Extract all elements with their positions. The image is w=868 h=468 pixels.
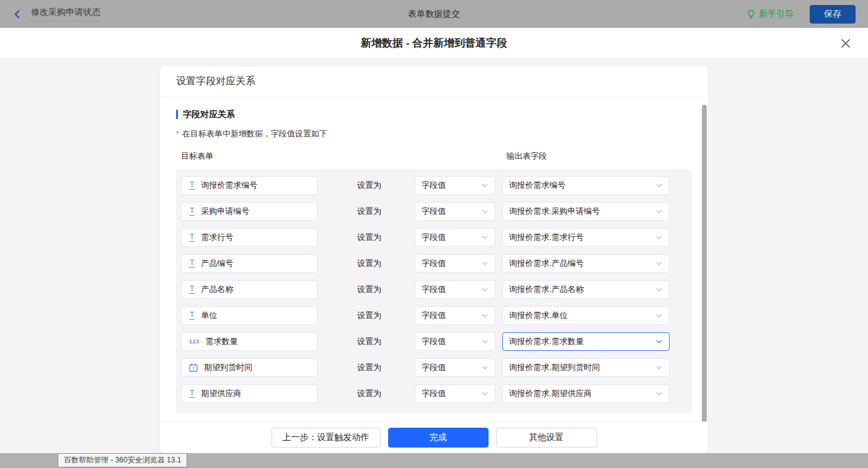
column-header-output-field: 输出表字段: [502, 151, 670, 162]
set-as-label: 设置为: [317, 180, 415, 191]
beginner-guide-label: 新手引导: [759, 9, 794, 20]
field-label: 单位: [201, 310, 217, 321]
source-field-select[interactable]: 询报价需求.产品编号: [502, 254, 670, 273]
source-field-value: 询报价需求.采购申请编号: [509, 206, 600, 217]
chevron-down-icon: [481, 234, 489, 241]
chevron-down-icon: [481, 260, 489, 267]
mapping-row: T 产品编号 设置为 字段值 询报价需求.产品编号: [181, 254, 687, 273]
chevron-down-icon: [481, 208, 489, 215]
text-field-icon: T: [189, 181, 195, 190]
mapping-row: 7 期望到货时间 设置为 字段值 询报价需求.期望到货时间: [181, 358, 687, 377]
target-field-box[interactable]: T 采购申请编号: [181, 202, 317, 221]
set-as-label: 设置为: [317, 206, 415, 217]
source-field-select[interactable]: 询报价需求.单位: [502, 306, 670, 325]
browser-status-tooltip: 百数帮助管理 - 360安全浏览器 13.1: [58, 453, 187, 467]
beginner-guide-link[interactable]: 新手引导: [746, 9, 794, 20]
source-field-select[interactable]: 询报价需求.采购申请编号: [502, 202, 670, 221]
target-field-box[interactable]: 7 期望到货时间: [181, 358, 317, 377]
field-label: 采购申请编号: [201, 206, 249, 217]
page-title: 表单数据提交: [408, 9, 460, 20]
set-as-label: 设置为: [317, 284, 415, 295]
other-settings-button[interactable]: 其他设置: [496, 428, 597, 448]
mapping-rows: T 询报价需求编号 设置为 字段值 询报价需求编号 T: [176, 169, 692, 413]
text-field-icon: T: [189, 207, 195, 216]
set-as-label: 设置为: [317, 336, 415, 347]
source-field-value: 询报价需求.期望供应商: [509, 388, 592, 399]
chevron-down-icon: [655, 364, 663, 371]
section-hint: *在目标表单中新增数据，字段值设置如下: [176, 128, 692, 139]
back-button[interactable]: 修改采购申请状态: [12, 7, 100, 21]
vertical-scrollbar[interactable]: [702, 105, 707, 430]
chevron-down-icon: [655, 338, 663, 345]
field-label: 期望供应商: [201, 388, 241, 399]
section-title: 字段对应关系: [176, 110, 692, 119]
chevron-down-icon: [655, 182, 663, 189]
mapping-row: T 需求行号 设置为 字段值 询报价需求.需求行号: [181, 228, 687, 247]
dialog-header: 新增数据 - 合并新增到普通字段: [0, 28, 868, 59]
value-type-select[interactable]: 字段值: [415, 202, 495, 221]
value-type-value: 字段值: [422, 310, 446, 321]
target-field-box[interactable]: T 产品名称: [181, 280, 317, 299]
value-type-value: 字段值: [422, 362, 446, 373]
target-field-box[interactable]: T 询报价需求编号: [181, 176, 317, 195]
target-field-box[interactable]: 123 需求数量: [181, 332, 317, 351]
text-field-icon: T: [189, 389, 195, 398]
set-as-label: 设置为: [317, 362, 415, 373]
dialog-title: 新增数据 - 合并新增到普通字段: [361, 36, 507, 50]
chevron-left-icon: [12, 9, 22, 19]
source-field-value: 询报价需求.单位: [509, 310, 568, 321]
mapping-row: T 产品名称 设置为 字段值 询报价需求.产品名称: [181, 280, 687, 299]
chevron-down-icon: [655, 260, 663, 267]
value-type-select[interactable]: 字段值: [415, 384, 495, 403]
chevron-down-icon: [481, 182, 489, 189]
source-field-select[interactable]: 询报价需求.需求数量: [502, 332, 670, 351]
value-type-value: 字段值: [422, 284, 446, 295]
source-field-select[interactable]: 询报价需求.期望到货时间: [502, 358, 670, 377]
source-field-select[interactable]: 询报价需求.需求行号: [502, 228, 670, 247]
target-field-box[interactable]: T 期望供应商: [181, 384, 317, 403]
source-field-select[interactable]: 询报价需求.产品名称: [502, 280, 670, 299]
value-type-select[interactable]: 字段值: [415, 254, 495, 273]
value-type-select[interactable]: 字段值: [415, 176, 495, 195]
field-label: 产品名称: [201, 284, 233, 295]
target-field-box[interactable]: T 需求行号: [181, 228, 317, 247]
set-as-label: 设置为: [317, 388, 415, 399]
value-type-select[interactable]: 字段值: [415, 358, 495, 377]
finish-button[interactable]: 完成: [388, 428, 489, 448]
value-type-select[interactable]: 字段值: [415, 306, 495, 325]
source-field-select[interactable]: 询报价需求编号: [502, 176, 670, 195]
mapping-row: T 询报价需求编号 设置为 字段值 询报价需求编号: [181, 176, 687, 195]
value-type-value: 字段值: [422, 206, 446, 217]
target-field-box[interactable]: T 产品编号: [181, 254, 317, 273]
chevron-down-icon: [481, 338, 489, 345]
value-type-value: 字段值: [422, 258, 446, 269]
mapping-row: T 期望供应商 设置为 字段值 询报价需求.期望供应商: [181, 384, 687, 403]
source-field-select[interactable]: 询报价需求.期望供应商: [502, 384, 670, 403]
mapping-row: T 单位 设置为 字段值 询报价需求.单位: [181, 306, 687, 325]
source-field-value: 询报价需求.产品名称: [509, 284, 584, 295]
value-type-select[interactable]: 字段值: [415, 332, 495, 351]
mapping-row: 123 需求数量 设置为 字段值 询报价需求.需求数量: [181, 332, 687, 351]
chevron-down-icon: [655, 208, 663, 215]
source-field-value: 询报价需求.需求行号: [509, 232, 584, 243]
field-label: 需求数量: [206, 336, 238, 347]
source-field-value: 询报价需求.期望到货时间: [509, 362, 600, 373]
dialog-footer: 上一步：设置触发动作 完成 其他设置: [160, 422, 708, 453]
source-field-value: 询报价需求.需求数量: [509, 336, 584, 347]
value-type-select[interactable]: 字段值: [415, 228, 495, 247]
page-topbar: 修改采购申请状态 表单数据提交 新手引导 保存: [0, 0, 868, 28]
source-field-value: 询报价需求编号: [509, 180, 565, 191]
chevron-down-icon: [481, 286, 489, 293]
value-type-value: 字段值: [422, 180, 446, 191]
value-type-select[interactable]: 字段值: [415, 280, 495, 299]
close-icon[interactable]: [839, 37, 852, 50]
column-header-target-form: 目标表单: [181, 151, 317, 162]
lightbulb-icon: [746, 9, 756, 19]
text-field-icon: T: [189, 259, 195, 268]
workflow-title[interactable]: 修改采购申请状态: [31, 7, 100, 21]
previous-step-button[interactable]: 上一步：设置触发动作: [272, 428, 381, 448]
save-button[interactable]: 保存: [810, 5, 856, 24]
source-field-value: 询报价需求.产品编号: [509, 258, 584, 269]
target-field-box[interactable]: T 单位: [181, 306, 317, 325]
text-field-icon: T: [189, 285, 195, 294]
